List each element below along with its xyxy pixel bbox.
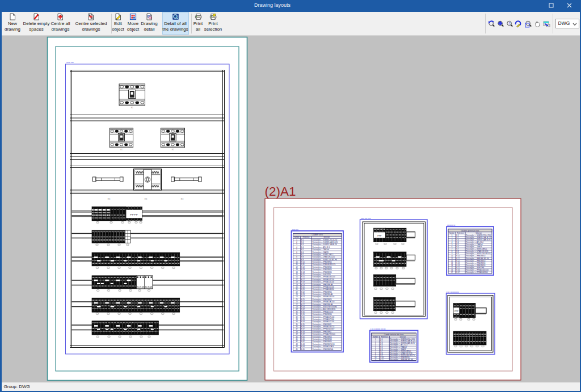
svg-text:E3: E3: [181, 198, 183, 200]
svg-text:Reference: Reference: [303, 236, 310, 238]
svg-text:E3: E3: [145, 198, 147, 200]
svg-text:E.11: E.11: [380, 359, 384, 361]
svg-text:Rectangles — IPR6A5041100: Rectangles — IPR6A5041100: [466, 271, 488, 273]
svg-text:PPP: PPP: [377, 235, 382, 237]
svg-text:Rectangles — IPB63NE2-AL: Rectangles — IPB63NE2-AL: [313, 348, 334, 351]
svg-text:E1: E1: [172, 149, 174, 151]
svg-text:E.17: E.17: [456, 271, 460, 273]
svg-text::2: :2: [508, 22, 511, 25]
svg-text:45: 45: [296, 348, 298, 351]
svg-text:Combi tertiaire din tires: Combi tertiaire din tires: [384, 334, 404, 336]
svg-text:xxxxxxx xx: xxxxxxx xx: [447, 224, 456, 226]
svg-text:17: 17: [451, 271, 453, 273]
svg-text:xxxx xxx: xxxx xxx: [66, 61, 74, 64]
svg-text:CLAMP view: CLAMP view: [312, 234, 323, 236]
svg-text:Rectangles — IPBN-BK-MX-FS: Rectangles — IPBN-BK-MX-FS: [390, 359, 413, 361]
svg-text:x xx x xxxxxx xxx xx: x xx x xxxxxx xxx xx: [371, 328, 386, 330]
svg-text:11: 11: [374, 359, 376, 361]
svg-text:Guides generals tires: Guides generals tires: [461, 230, 479, 232]
svg-text:p p p p: p p p p: [130, 213, 138, 216]
svg-text:PPP: PPP: [454, 310, 459, 313]
svg-text:E.45: E.45: [301, 348, 305, 351]
svg-text:(2)A1: (2)A1: [265, 184, 296, 199]
svg-text:x xx x xxxxxxx xx: x xx x xxxxxxx xx: [446, 291, 459, 293]
svg-text:xxxx xxx: xxxx xxx: [292, 229, 299, 231]
svg-text:E3: E3: [108, 198, 110, 200]
svg-text:E1: E1: [120, 149, 123, 151]
svg-text:E1: E1: [131, 107, 133, 109]
